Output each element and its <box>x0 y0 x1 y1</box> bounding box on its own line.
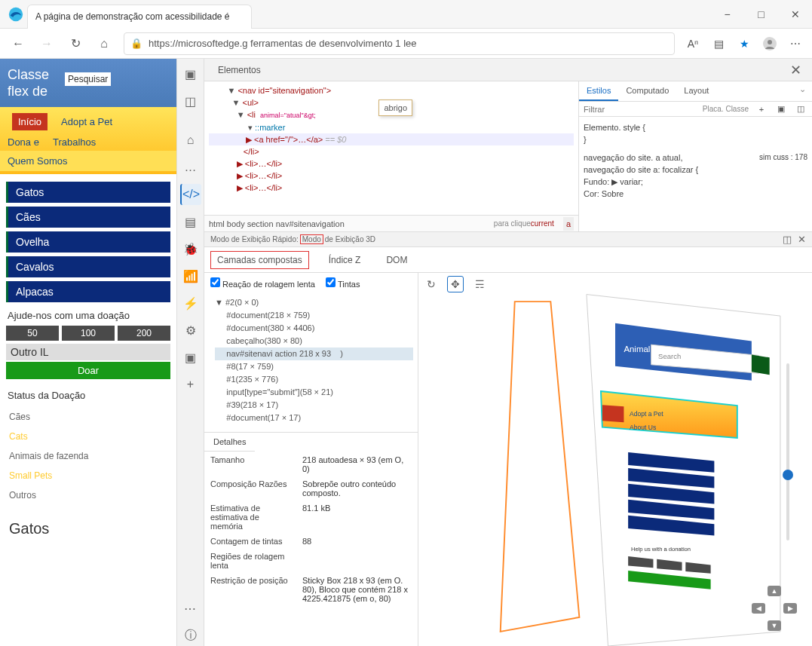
donate-200[interactable]: 200 <box>118 326 170 341</box>
nav-dona[interactable]: Dona e <box>8 136 39 148</box>
layer-row[interactable]: ▼ #2(0 × 0) <box>215 296 413 309</box>
nav-trabalhos[interactable]: Trabalhos <box>53 136 96 148</box>
tab-dom[interactable]: DOM <box>380 252 413 268</box>
collections-icon[interactable]: ▤ <box>706 32 731 56</box>
layers-icon[interactable]: ☴ <box>471 276 488 292</box>
add-icon[interactable]: + <box>180 374 201 395</box>
favorite-icon[interactable]: ★ <box>732 32 756 56</box>
dom-tree[interactable]: ▼ <nav id="sitenavigation"> ▼ <ul> ▼ <li… <box>204 81 578 231</box>
device-icon[interactable]: ◫ <box>180 90 201 112</box>
crumb-a[interactable]: a <box>563 217 574 231</box>
cat-cavalos[interactable]: Cavalos <box>6 256 170 277</box>
nav-adopt[interactable]: Adopt a Pet <box>61 116 112 127</box>
tab-styles[interactable]: Estilos <box>579 81 618 101</box>
donate-50[interactable]: 50 <box>6 326 59 341</box>
dock-icon[interactable]: ◫ <box>783 234 792 245</box>
search-label[interactable]: Pesquisar <box>65 72 111 86</box>
styles-filter: Placa. Classe + ▣ ◫ <box>579 102 812 117</box>
subtabs: Camadas compostas Índice Z DOM <box>204 247 812 273</box>
dpad-left[interactable]: ◀ <box>752 603 765 614</box>
sources-icon[interactable]: ▤ <box>180 211 201 232</box>
network-icon[interactable]: 📶 <box>180 265 201 286</box>
svg-text:About Us: About Us <box>630 424 656 431</box>
detail-row: Tamanho218 autoadesa × 93 (em O, 0) <box>206 453 416 476</box>
status-row: Cats <box>6 427 170 446</box>
donate-submit[interactable]: Doar <box>6 362 170 379</box>
tab-computed[interactable]: Computado <box>618 81 676 101</box>
address-bar[interactable]: 🔒 https://microsoftedge.g ferramentas de… <box>124 32 675 55</box>
crumb-path[interactable]: html body section nav#sitenavigation <box>209 218 345 230</box>
tab-elements[interactable]: Elementos <box>210 60 268 80</box>
performance-icon[interactable]: ⚡ <box>180 292 201 314</box>
dpad[interactable]: ▲ ▼ ◀ ▶ <box>752 586 797 631</box>
styles-content[interactable]: Elemento. style { } navegação do site. a… <box>579 117 812 204</box>
svg-point-2 <box>768 40 772 44</box>
donate-100[interactable]: 100 <box>62 326 115 341</box>
memory-icon[interactable]: ⚙ <box>180 320 201 341</box>
3d-view[interactable]: ↻ ✥ ☴ Animal shelter <box>418 273 812 646</box>
address-text: https://microsoftedge.g ferramentas de d… <box>149 38 417 49</box>
dots-icon[interactable]: … <box>180 157 201 178</box>
toggle-icon[interactable]: ▣ <box>774 104 788 114</box>
issues-icon[interactable]: 🐞 <box>180 238 201 259</box>
layer-row[interactable]: #8(17 × 759) <box>215 360 413 373</box>
help-icon[interactable]: ⓘ <box>180 625 201 646</box>
detail-row: Restrição de posiçãoSticky Box 218 x 93 … <box>206 574 416 605</box>
details-tab[interactable]: Detalhes <box>204 433 255 452</box>
welcome-icon[interactable]: ⌂ <box>180 130 201 151</box>
menu-button[interactable]: ⋯ <box>783 32 807 56</box>
layer-row[interactable]: cabeçalho(380 × 80) <box>215 335 413 347</box>
window-minimize[interactable]: − <box>710 3 744 26</box>
back-button[interactable]: ← <box>5 32 32 56</box>
tab-layout[interactable]: Layout <box>676 81 716 101</box>
3d-tools: ↻ ✥ ☴ <box>423 276 488 292</box>
cat-gatos[interactable]: Gatos <box>6 182 170 203</box>
layer-row[interactable]: input[type="submit"](58 × 21) <box>215 386 413 399</box>
window-close[interactable]: ✕ <box>778 3 812 26</box>
layer-row[interactable]: nav#sitenavi action 218 x 93 ) <box>215 347 413 360</box>
plus-icon[interactable]: + <box>755 105 768 114</box>
browser-tab[interactable]: A página de demonstração com acessibilid… <box>27 5 252 29</box>
zoom-slider[interactable] <box>786 363 789 540</box>
tab-zindex[interactable]: Índice Z <box>323 252 367 268</box>
dpad-down[interactable]: ▼ <box>768 620 781 631</box>
layer-row[interactable]: #39(218 × 17) <box>215 399 413 412</box>
elements-icon[interactable]: </> <box>180 184 201 205</box>
home-button[interactable]: ⌂ <box>90 32 118 56</box>
cat-caes[interactable]: Cães <box>6 207 170 228</box>
dpad-right[interactable]: ▶ <box>783 603 797 614</box>
opt-slow-scroll[interactable]: Reação de rolagem lenta <box>210 277 315 289</box>
layers-panel: Reação de rolagem lenta Tintas ▼ #2(0 × … <box>204 273 418 646</box>
layer-row[interactable]: #document(17 × 17) <box>215 412 413 424</box>
read-aloud-icon[interactable]: Aⁿ <box>681 32 705 56</box>
donate-other[interactable]: Outro IL <box>6 344 170 360</box>
chevron-down-icon[interactable]: ⌄ <box>793 81 812 101</box>
donate-buttons: 50 100 200 <box>6 326 170 341</box>
cat-alpacas[interactable]: Alpacas <box>6 281 170 302</box>
layer-tree[interactable]: ▼ #2(0 × 0) #document(218 × 759) #docume… <box>204 293 418 432</box>
tab-composited-layers[interactable]: Camadas compostas <box>210 251 309 269</box>
opt-paints[interactable]: Tintas <box>326 277 360 289</box>
pan-icon[interactable]: ✥ <box>447 276 464 292</box>
hov-label[interactable]: Placa. Classe <box>703 105 749 113</box>
devtools-close[interactable]: ✕ <box>786 62 806 78</box>
layer-row[interactable]: #1(235 × 776) <box>215 373 413 386</box>
reset-icon[interactable]: ↻ <box>423 276 440 292</box>
window-maximize[interactable]: □ <box>744 3 778 26</box>
more-icon[interactable]: ⋯ <box>180 598 201 619</box>
app-icon[interactable]: ▣ <box>180 347 201 368</box>
close-drawer-icon[interactable]: ✕ <box>798 234 806 245</box>
layer-row[interactable]: #document(218 × 759) <box>215 309 413 322</box>
profile-icon[interactable] <box>758 32 782 56</box>
panel-icon[interactable]: ◫ <box>794 104 807 114</box>
dpad-up[interactable]: ▲ <box>768 586 781 596</box>
breadcrumb[interactable]: html body section nav#sitenavigation par… <box>204 215 578 231</box>
cat-ovelha[interactable]: Ovelha <box>6 231 170 253</box>
filter-input[interactable] <box>584 105 697 114</box>
nav-quem[interactable]: Quem Somos <box>0 151 176 171</box>
layer-row[interactable]: #document(380 × 4406) <box>215 322 413 335</box>
refresh-button[interactable]: ↻ <box>62 32 89 56</box>
inspect-icon[interactable]: ▣ <box>180 63 201 84</box>
layer-details: Detalhes Tamanho218 autoadesa × 93 (em O… <box>204 432 418 614</box>
nav-inicio[interactable]: Início <box>12 113 47 130</box>
